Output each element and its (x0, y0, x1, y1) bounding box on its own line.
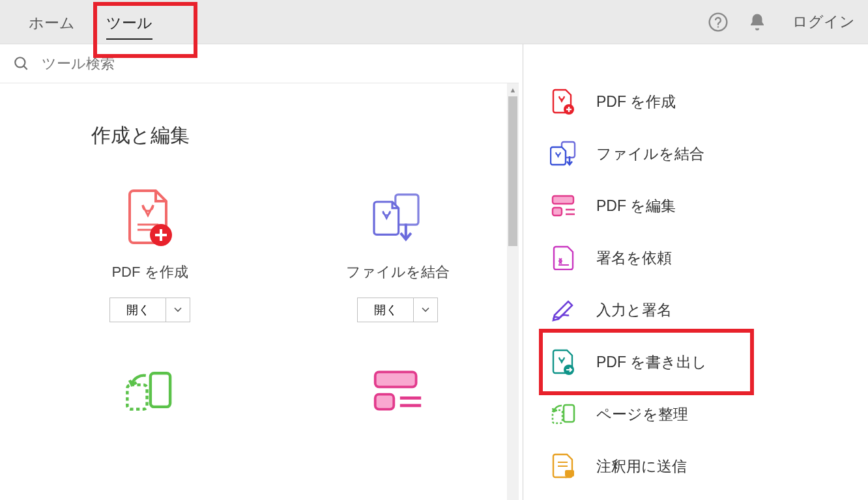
combine-files-icon (549, 139, 578, 168)
sidebar-item-label: PDF を書き出し (596, 352, 707, 372)
sidebar-item-label: PDF を作成 (596, 92, 676, 112)
scrollbar-up[interactable]: ▲ (507, 83, 519, 96)
export-pdf-icon (549, 348, 578, 376)
combine-files-icon (371, 188, 424, 247)
sidebar-item-label: 入力と署名 (596, 300, 672, 320)
section-title: 作成と編集 (91, 122, 493, 149)
search-input[interactable] (42, 55, 506, 72)
tab-home[interactable]: ホーム (13, 1, 91, 42)
sidebar-item-export[interactable]: PDF を書き出し (543, 336, 848, 388)
organize-icon (124, 361, 176, 420)
svg-rect-12 (375, 372, 416, 387)
sidebar-item-request-sign[interactable]: 署名を依頼 (543, 232, 848, 284)
help-icon[interactable] (706, 10, 730, 34)
sidebar-item-label: 署名を依頼 (596, 248, 672, 268)
svg-rect-11 (127, 385, 147, 409)
sidebar-item-organize[interactable]: ページを整理 (543, 388, 848, 440)
chevron-down-icon (174, 307, 182, 312)
tool-combine-dropdown[interactable] (414, 298, 437, 322)
bell-icon[interactable] (745, 10, 769, 34)
svg-rect-21 (553, 208, 562, 215)
svg-rect-13 (375, 395, 394, 410)
scrollbar-thumb[interactable] (508, 96, 517, 246)
tool-edit-partial[interactable] (313, 361, 482, 436)
organize-pages-icon (549, 400, 578, 428)
fill-sign-icon (549, 296, 578, 324)
svg-rect-10 (151, 373, 170, 407)
search-icon (13, 55, 30, 72)
send-for-comments-icon (549, 452, 578, 480)
sidebar-item-label: PDF を編集 (596, 196, 676, 216)
sidebar-item-fill-sign[interactable]: 入力と署名 (543, 284, 848, 336)
tab-tools[interactable]: ツール (91, 1, 168, 42)
sidebar-item-label: ページを整理 (596, 404, 688, 424)
edit-pdf-icon (549, 191, 578, 220)
svg-point-0 (710, 13, 727, 31)
tool-create-open[interactable]: 開く (110, 298, 166, 322)
left-pane: 作成と編集 (0, 44, 523, 500)
svg-point-1 (717, 26, 719, 27)
scrollbar[interactable]: ▲ (507, 83, 519, 500)
tool-create-dropdown[interactable] (166, 298, 190, 322)
sidebar-item-edit[interactable]: PDF を編集 (543, 180, 848, 232)
right-pane: PDF を作成 ファイルを結合 PDF を編集 署名を依頼 入力と署名 (523, 44, 868, 500)
chevron-down-icon (422, 307, 429, 312)
sidebar-item-label: ファイルを結合 (596, 144, 704, 164)
tool-combine-label: ファイルを結合 (346, 262, 450, 282)
sidebar-item-label: 注釈用に送信 (596, 456, 687, 477)
svg-line-3 (23, 66, 27, 69)
svg-rect-26 (564, 405, 574, 422)
tool-create-pdf[interactable]: PDF を作成 開く (65, 188, 235, 322)
login-button[interactable]: ログイン (792, 12, 855, 32)
request-signature-icon (549, 243, 578, 272)
tool-create-label: PDF を作成 (111, 262, 188, 282)
tool-organize-partial[interactable] (65, 361, 235, 436)
svg-point-2 (15, 57, 25, 67)
search-bar (0, 44, 519, 83)
create-pdf-icon (549, 87, 578, 116)
sidebar-item-combine[interactable]: ファイルを結合 (543, 128, 848, 180)
top-bar: ホーム ツール ログイン (0, 0, 868, 44)
svg-rect-30 (565, 470, 574, 477)
sidebar-item-create[interactable]: PDF を作成 (543, 76, 848, 128)
tool-combine-files[interactable]: ファイルを結合 開く (313, 188, 482, 322)
edit-icon (371, 361, 424, 420)
sidebar-item-send-comments[interactable]: 注釈用に送信 (543, 440, 848, 492)
tool-combine-open[interactable]: 開く (358, 298, 414, 322)
svg-rect-20 (553, 196, 573, 204)
create-pdf-icon (124, 188, 176, 247)
